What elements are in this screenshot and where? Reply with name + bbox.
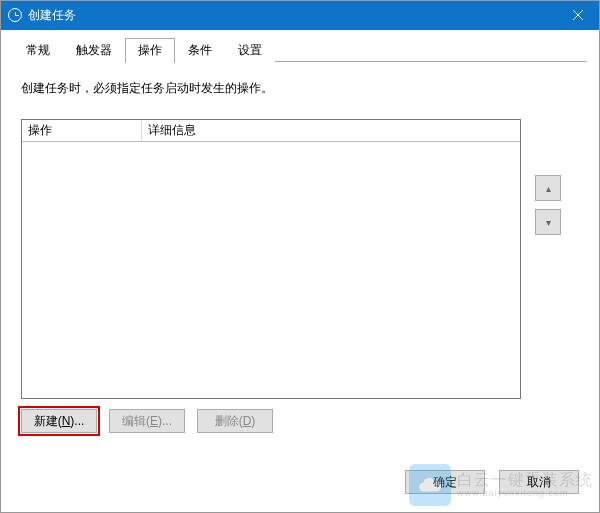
actions-listview[interactable]: 操作 详细信息 <box>21 119 521 399</box>
client-area: 常规 触发器 操作 条件 设置 创建任务时，必须指定任务启动时发生的操作。 操作… <box>1 30 599 512</box>
column-header-details[interactable]: 详细信息 <box>142 120 520 141</box>
ok-button[interactable]: 确定 <box>405 470 485 494</box>
tab-triggers[interactable]: 触发器 <box>63 38 125 62</box>
column-header-action[interactable]: 操作 <box>22 120 142 141</box>
dialog-footer: 确定 取消 <box>405 470 579 494</box>
edit-button: 编辑(E)... <box>109 409 185 433</box>
actions-pane: 创建任务时，必须指定任务启动时发生的操作。 操作 详细信息 ▴ ▾ 新建(N).… <box>1 62 599 445</box>
action-buttons-row: 新建(N)... 编辑(E)... 删除(D) <box>21 409 579 433</box>
move-up-button[interactable]: ▴ <box>535 175 561 201</box>
cancel-button[interactable]: 取消 <box>499 470 579 494</box>
move-down-button[interactable]: ▾ <box>535 209 561 235</box>
new-button[interactable]: 新建(N)... <box>21 409 97 433</box>
delete-button: 删除(D) <box>197 409 273 433</box>
chevron-up-icon: ▴ <box>546 183 551 194</box>
window-title: 创建任务 <box>28 7 76 24</box>
listview-header: 操作 详细信息 <box>22 120 520 142</box>
close-button[interactable] <box>555 0 600 30</box>
close-icon <box>573 10 583 20</box>
tab-strip: 常规 触发器 操作 条件 设置 <box>1 30 599 62</box>
tab-conditions[interactable]: 条件 <box>175 38 225 62</box>
tab-actions[interactable]: 操作 <box>125 38 175 63</box>
tab-general[interactable]: 常规 <box>13 38 63 62</box>
instruction-text: 创建任务时，必须指定任务启动时发生的操作。 <box>21 80 579 97</box>
clock-icon <box>8 8 22 22</box>
tab-settings[interactable]: 设置 <box>225 38 275 62</box>
reorder-buttons: ▴ ▾ <box>535 175 561 235</box>
titlebar: 创建任务 <box>0 0 600 30</box>
chevron-down-icon: ▾ <box>546 217 551 228</box>
